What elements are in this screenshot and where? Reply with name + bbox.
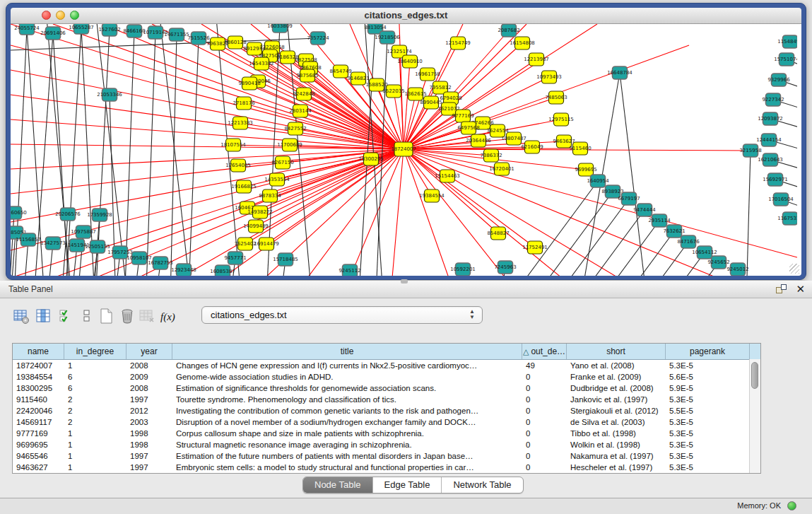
graph-node-label: 20206576: [55, 211, 81, 217]
graph-node-label: 2718176: [233, 100, 255, 106]
table-cell: 22420046: [13, 405, 64, 416]
table-cell: 2: [64, 416, 126, 428]
memory-status-label: Memory: OK: [737, 501, 781, 510]
graph-node-label: 16961758: [415, 71, 440, 77]
table-cell: 1: [64, 450, 126, 462]
graph-node-label: 16914479: [254, 241, 279, 247]
table-cell: 18300295: [13, 382, 64, 394]
graph-node-label: 8267150: [271, 160, 293, 165]
table-row[interactable]: 977716911998Corpus callosum shape and si…: [13, 428, 760, 439]
graph-node-label: 1362615: [404, 91, 426, 97]
table-cell: Stergiakouli et al. (2012): [567, 405, 666, 416]
delete-icon[interactable]: [119, 308, 137, 326]
tab-edge-table[interactable]: Edge Table: [373, 477, 442, 493]
graph-node-label: 8427552: [284, 126, 306, 132]
table-cell: Estimation of the future numbers of pati…: [172, 450, 522, 462]
table-cell: 2008: [126, 360, 172, 371]
graph-node-label: 20364486: [466, 138, 491, 144]
graph-node-label: 1588520: [365, 82, 387, 88]
window-titlebar[interactable]: citations_edges.txt: [11, 8, 801, 24]
status-bar: Memory: OK: [0, 498, 812, 514]
row-height-icon[interactable]: [78, 308, 96, 326]
table-cell: 2003: [126, 416, 172, 428]
table-cell: 1997: [126, 450, 172, 462]
table-cell: Disruption of a novel member of a sodium…: [172, 416, 522, 428]
table-row[interactable]: 2242004622012Investigating the contribut…: [13, 405, 760, 416]
column-header-title[interactable]: title: [172, 344, 522, 359]
close-icon[interactable]: ✕: [796, 283, 805, 296]
graph-node-label: 8813054: [364, 25, 387, 30]
scrollbar-thumb[interactable]: [751, 362, 758, 389]
table-cell: 19384554: [13, 371, 64, 382]
graph-node-label: 9245652: [707, 259, 729, 265]
column-header-pagerank[interactable]: pagerank: [666, 344, 750, 359]
graph-node-label: 10655287: [69, 25, 94, 30]
table-row[interactable]: 911546021997Tourette syndrome. Phenomeno…: [13, 394, 760, 405]
show-columns-icon[interactable]: [35, 308, 54, 326]
zoom-window-button[interactable]: [70, 11, 79, 20]
combo-value: citations_edges.txt: [211, 310, 287, 320]
new-document-icon[interactable]: [98, 308, 116, 326]
column-header-in_degree[interactable]: in_degree: [64, 344, 126, 359]
graph-node-label: 19384554: [419, 193, 445, 199]
graph-node-label: 8938923: [601, 189, 623, 194]
table-cell: 0: [522, 394, 567, 405]
graph-node-label: 9329966: [767, 77, 790, 83]
graph-node-label: 10592201: [450, 267, 476, 272]
table-cell: 5.9E-5: [666, 382, 750, 394]
table-selector-combobox[interactable]: citations_edges.txt ▲▼: [201, 306, 483, 324]
network-canvas[interactable]: 1872400779638228860128891293423226058982…: [11, 24, 801, 276]
table-cell: 9465546: [13, 450, 64, 462]
tab-network-table[interactable]: Network Table: [442, 477, 522, 493]
close-window-button[interactable]: [42, 11, 51, 20]
table-settings-icon[interactable]: [13, 308, 31, 326]
table-cell: 2012: [126, 405, 172, 416]
graph-node-label: 9146821: [347, 76, 369, 81]
table-row[interactable]: 1830029562008Estimation of significance …: [13, 382, 760, 394]
graph-node-label: 9457771: [224, 255, 246, 261]
table-cell: 1: [64, 428, 126, 439]
table-row[interactable]: 1938455462009Genome-wide association stu…: [13, 371, 760, 382]
graph-node-label: 12975115: [548, 117, 574, 122]
graph-node-label: 8471676: [677, 239, 700, 245]
table-cell: Hescheler et al. (1997): [567, 462, 666, 473]
table-row[interactable]: 946554611997Estimation of the future num…: [13, 450, 760, 462]
graph-node-label: 7357224: [307, 35, 329, 41]
table-row[interactable]: 1872400712008Changes of HCN gene express…: [13, 360, 760, 371]
minimize-window-button[interactable]: [56, 11, 65, 20]
citation-graph[interactable]: 1872400779638228860128891293423226058982…: [11, 24, 797, 276]
table-cell: 1998: [126, 428, 172, 439]
graph-node-label: 10973493: [536, 74, 562, 80]
graph-node-label: 11548498: [777, 39, 797, 45]
graph-node-label: 9245112: [339, 268, 360, 274]
function-builder-icon[interactable]: f(x): [160, 308, 179, 326]
table-row[interactable]: 946362711997Embryonic stem cells: a mode…: [13, 462, 760, 473]
graph-node-label: 9245012: [726, 267, 748, 272]
vertical-scrollbar[interactable]: [749, 359, 760, 473]
graph-node-label: 8522035: [382, 88, 404, 94]
table-panel-header[interactable]: Table Panel ✕: [0, 281, 812, 298]
column-header-year[interactable]: year: [126, 344, 172, 359]
graph-node-label: 3215958: [739, 148, 761, 153]
table-cell: 14569117: [13, 416, 64, 428]
table-row[interactable]: 1456911722003Disruption of a novel membe…: [13, 416, 760, 428]
graph-node-label: 9115460: [569, 146, 591, 151]
table-cell: 0: [522, 462, 567, 473]
graph-node-label: 16154808: [510, 40, 535, 46]
split-pane-grip[interactable]: [401, 279, 408, 284]
table-cell: Corpus callosum shape and size in male p…: [172, 428, 522, 439]
window-resize-grip[interactable]: [789, 264, 799, 274]
table-cell: 1: [64, 462, 126, 473]
table-panel: Table Panel ✕ f(x) citations_edges.txt ▲…: [0, 281, 812, 514]
column-header-out_de[interactable]: △out_de…: [522, 344, 567, 359]
graph-node-label: 11700689: [277, 142, 302, 148]
select-columns-icon[interactable]: [58, 308, 76, 326]
column-header-name[interactable]: name: [13, 344, 64, 359]
graph-node-label: 12213383: [228, 120, 253, 126]
table-row[interactable]: 969969511998Structural magnetic resonanc…: [13, 439, 760, 450]
table-cell: 5.3E-5: [666, 428, 750, 439]
graph-node-label: 25160650: [11, 210, 27, 216]
column-header-short[interactable]: short: [567, 344, 666, 359]
tab-node-table[interactable]: Node Table: [303, 477, 373, 493]
float-window-icon[interactable]: [776, 284, 787, 294]
